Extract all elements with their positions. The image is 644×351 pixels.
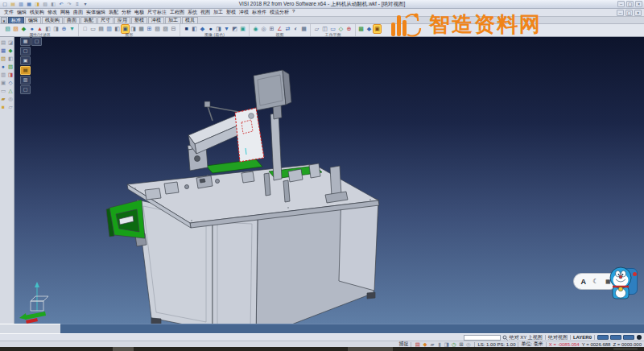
status-indicator-box[interactable] [597, 335, 609, 340]
tab-application[interactable]: 应用 [114, 17, 130, 23]
menu-item[interactable]: 装配 [107, 9, 120, 16]
layer-filter-icon[interactable]: ◆ [20, 25, 27, 33]
snap-icon[interactable]: ◆ [7, 47, 14, 54]
taskbar-segment[interactable] [113, 347, 134, 351]
menu-item[interactable]: 标准件 [250, 9, 268, 16]
menu-item[interactable]: 电极 [133, 9, 146, 16]
workplane-icon[interactable]: ▱ [313, 25, 320, 33]
menu-item[interactable]: 文件 [2, 9, 15, 16]
shade-mode-icon[interactable]: ◧ [191, 25, 198, 33]
menu-item[interactable]: 曲面 [72, 9, 85, 16]
toolbar-options-icon[interactable]: ≡ [74, 2, 80, 7]
section-icon[interactable]: ◨ [7, 71, 14, 78]
fixture-block[interactable] [309, 163, 320, 178]
diamond-icon[interactable]: ◇ [7, 79, 14, 86]
select-icon[interactable]: ▤ [0, 39, 6, 46]
status-indicator-box[interactable] [610, 335, 621, 340]
circle-icon[interactable]: ◎ [7, 95, 14, 102]
tab-mould[interactable]: 塑模 [131, 17, 147, 23]
tab-dimension[interactable]: 尺寸 [97, 17, 114, 23]
undo-icon[interactable]: ↶ [58, 2, 64, 7]
zoom-window-icon[interactable]: ◎ [260, 25, 267, 33]
menu-item[interactable]: 线架构 [28, 9, 46, 16]
view-name-label[interactable]: 绝对视图 [548, 334, 568, 341]
save-icon[interactable]: ▥ [18, 2, 24, 7]
color-filter-icon[interactable]: ▨ [12, 25, 19, 33]
shaded-edges-icon[interactable]: ▥ [105, 25, 113, 33]
redo-icon[interactable]: ↷ [66, 2, 72, 7]
taskbar-segment[interactable] [348, 347, 393, 351]
layers-icon[interactable]: ▥ [0, 71, 6, 78]
close-button[interactable]: × [635, 1, 642, 7]
tab-die[interactable]: 冲模 [148, 17, 164, 23]
menu-item[interactable]: 系统 [186, 9, 199, 16]
tab-standard[interactable]: 标准 [8, 17, 24, 23]
menu-item[interactable]: 工程图 [168, 9, 186, 16]
shaded-cube-icon[interactable]: ■ [183, 25, 190, 33]
mesh-icon[interactable]: ▨ [7, 63, 14, 70]
print-icon[interactable]: ▧ [42, 2, 48, 7]
hidden-line-icon[interactable]: ▭ [89, 25, 97, 33]
status-indicator-box[interactable] [623, 335, 634, 340]
view-side-button[interactable]: ▣ [20, 56, 31, 65]
close-button[interactable]: × [634, 10, 642, 16]
menu-item[interactable]: 网格 [59, 9, 72, 16]
rect-icon[interactable]: ▭ [0, 87, 6, 94]
tab-machining[interactable]: 加工 [165, 17, 181, 23]
fixture-block[interactable] [242, 171, 254, 183]
maximize-button[interactable]: ▢ [625, 10, 633, 16]
view-front-button[interactable]: ▢ [20, 47, 31, 56]
overflow-icon[interactable]: ▾ [82, 2, 89, 7]
trim-icon[interactable]: ◪ [7, 39, 14, 46]
grid-display-icon[interactable]: ⊞ [146, 25, 153, 33]
viewport-3d[interactable]: ▢ ▦▢▣▤▥▢ [14, 37, 644, 324]
tab-wireframe[interactable]: 线架构 [42, 17, 63, 23]
bar-icon[interactable]: ▰ [0, 95, 6, 102]
status-indicator-circle[interactable] [637, 335, 642, 340]
tool-icon[interactable]: ◆ [365, 25, 373, 33]
ime-language-button[interactable]: A [580, 278, 586, 286]
menu-item[interactable]: 塑模 [225, 9, 237, 16]
grid-icon[interactable]: ▦ [0, 47, 6, 54]
para-icon[interactable]: ▱ [7, 103, 14, 110]
tab-assembly[interactable]: 装配 [80, 17, 97, 23]
machine-model[interactable] [106, 70, 379, 324]
pan-icon[interactable]: ◐ [292, 25, 299, 33]
menu-item[interactable]: 编辑 [15, 9, 28, 16]
import-icon[interactable]: ◨ [34, 2, 40, 7]
origin-icon[interactable]: ⊕ [345, 25, 353, 33]
tab-surface[interactable]: 曲面 [64, 17, 80, 23]
fixture-block[interactable] [288, 169, 303, 182]
plane-icon[interactable]: ▣ [0, 79, 6, 86]
hatch-display-icon[interactable]: ▧ [154, 25, 161, 33]
tab-dropdown-button[interactable]: ▾ [1, 17, 7, 23]
snapshot-icon[interactable]: ▣ [239, 25, 246, 33]
filter-dropdown-icon[interactable]: ▼ [68, 25, 76, 33]
menu-item[interactable]: 模流分析 [268, 9, 291, 16]
menu-item[interactable]: 冲模 [237, 9, 250, 16]
clip-icon[interactable]: ⊟ [170, 25, 177, 33]
wireframe-view-icon[interactable]: □ [81, 25, 89, 33]
zoom-fit-icon[interactable]: ◉ [252, 25, 259, 33]
tab-tooling[interactable]: 模具 [182, 17, 198, 23]
maximize-button[interactable]: ▢ [626, 1, 634, 7]
view-iso-button[interactable]: ▢ [20, 85, 31, 94]
minimize-button[interactable]: – [617, 10, 624, 16]
menu-item[interactable]: ? [291, 9, 296, 16]
right-bracket[interactable] [330, 166, 341, 196]
add-filter-icon[interactable]: ⊕ [60, 25, 68, 33]
view-table-button[interactable]: ▦ [20, 37, 31, 46]
taskbar-strip[interactable] [0, 347, 644, 351]
box-icon[interactable]: ■ [0, 103, 6, 110]
mesh-display-icon[interactable]: ▦ [138, 25, 145, 33]
taskbar-tray[interactable] [613, 348, 638, 350]
menu-item[interactable]: 实体编辑 [85, 9, 107, 16]
minimize-button[interactable]: – [617, 1, 625, 7]
fixture-block[interactable] [164, 182, 179, 194]
fixture-block[interactable] [145, 188, 161, 200]
layer-button[interactable]: LAYER0 [573, 335, 592, 340]
mirror-icon[interactable]: ◧ [7, 55, 14, 62]
active-mode-icon[interactable]: ▣ [374, 25, 381, 33]
copy-icon[interactable]: ◧ [50, 2, 56, 7]
rotate-view-icon[interactable]: ⇄ [284, 25, 291, 33]
